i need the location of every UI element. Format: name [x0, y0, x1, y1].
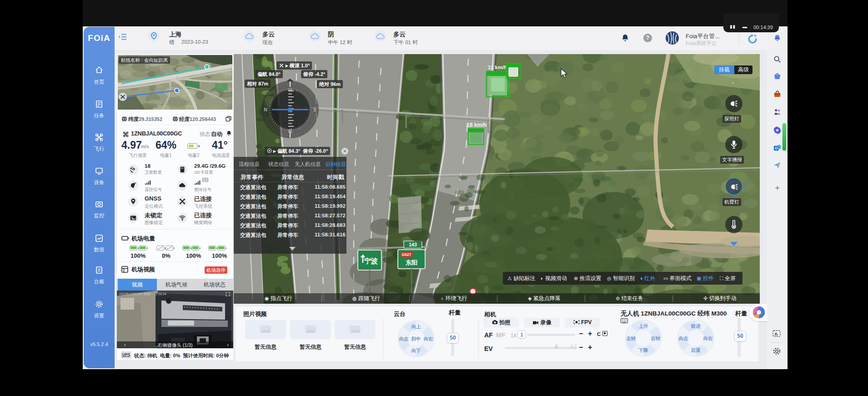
svg-text:后退: 后退: [691, 347, 701, 353]
svg-text:归中: 归中: [411, 336, 421, 341]
svg-text:S: S: [313, 107, 316, 112]
svg-text:左转: 左转: [626, 336, 637, 341]
svg-text:前进: 前进: [691, 323, 701, 329]
svg-text:O: O: [775, 146, 778, 150]
svg-text:2023年10月23日 星期一 11:58:34: 2023年10月23日 星期一 11:58:34: [119, 292, 166, 296]
svg-text:向左: 向左: [679, 336, 689, 341]
svg-text:右转: 右转: [651, 336, 661, 341]
svg-text:向上: 向上: [411, 324, 421, 329]
svg-text:下降: 下降: [638, 347, 649, 353]
svg-text:向右: 向右: [703, 336, 713, 341]
svg-text:上升: 上升: [639, 323, 649, 329]
svg-text:N: N: [264, 107, 267, 112]
svg-text:向左: 向左: [399, 336, 409, 341]
svg-text:向下: 向下: [411, 348, 421, 353]
svg-text:向右: 向右: [424, 336, 434, 341]
